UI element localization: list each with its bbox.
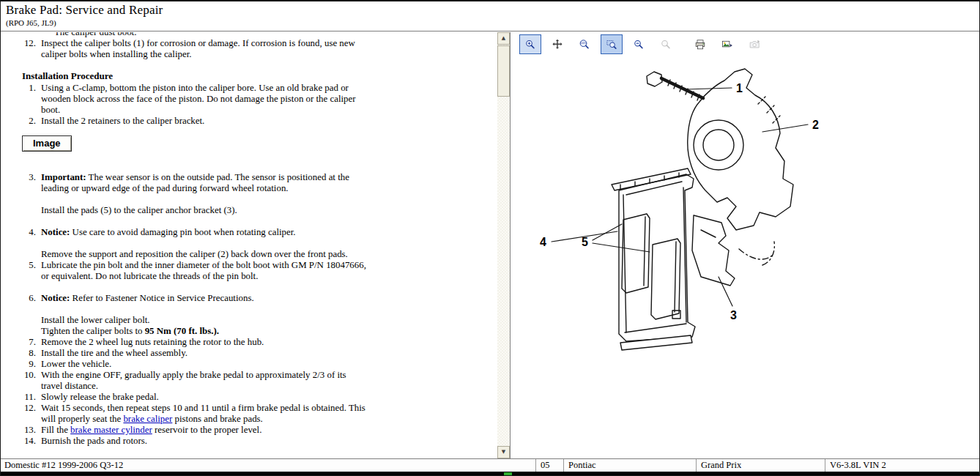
window-top-edge	[0, 0, 980, 1]
zoom-window-button[interactable]	[601, 34, 623, 54]
zoom-out-icon	[633, 37, 645, 53]
step-number: 4.	[18, 227, 41, 260]
title-bar: Brake Pad: Service and Repair (RPO J65, …	[0, 1, 980, 31]
step-paragraph: Notice: Use care to avoid damaging pin b…	[41, 227, 368, 238]
graphic-panel: 100%	[511, 32, 980, 458]
body-text: The wear sensor is on the outside pad. T…	[41, 172, 349, 193]
scroll-down-button[interactable]: ▼	[497, 446, 510, 458]
procedure-step: 1.Using a C-clamp, bottom the piston int…	[18, 83, 381, 116]
brake-pads-part	[622, 214, 680, 319]
procedure-step: 4.Notice: Use care to avoid damaging pin…	[18, 227, 381, 260]
step-number: 5.	[18, 260, 41, 282]
procedure-step: 6.Notice: Refer to Fastener Notice in Se…	[18, 293, 381, 337]
procedure-step: 5.Lubricate the pin bolt and the inner d…	[18, 260, 381, 282]
body-text: Fill the	[41, 425, 70, 435]
bold-text: Notice:	[41, 293, 70, 303]
procedure-step: 13.Fill the brake master cylinder reserv…	[18, 425, 381, 436]
zoom-window-icon	[606, 37, 617, 53]
step-number: 8.	[18, 348, 41, 359]
zoom-100-button[interactable]: 100%	[573, 34, 595, 54]
procedure-step: 11.Slowly release the brake pedal.	[18, 392, 381, 403]
removal-step-list: 12.Inspect the caliper bolts (1) for cor…	[18, 38, 381, 60]
status-cell: Pontiac	[563, 459, 696, 472]
procedure-step: 9.Lower the vehicle.	[18, 359, 381, 370]
body-text: Burnish the pads and rotors.	[41, 436, 147, 446]
scrollbar-thumb[interactable]	[497, 45, 510, 97]
hyperlink[interactable]: brake master cylinder	[70, 425, 152, 435]
body-text: Install the lower caliper bolt.	[41, 315, 150, 325]
pin-boot-dashed-path	[739, 242, 774, 265]
step-paragraph: Using a C-clamp, bottom the piston into …	[41, 83, 368, 116]
step-paragraph: Wait 15 seconds, then repeat steps 10 an…	[41, 403, 368, 425]
status-cell: V6-3.8L VIN 2	[825, 459, 980, 472]
export-image-button[interactable]	[716, 34, 738, 54]
procedure-step: 3.Important: The wear sensor is on the o…	[18, 172, 381, 216]
copy-image-button[interactable]	[743, 34, 765, 54]
pan-icon	[552, 37, 563, 53]
zoom-out-button[interactable]	[628, 34, 650, 54]
body-text: Inspect the caliper bolts (1) for corros…	[41, 38, 355, 59]
step-paragraph: Slowly release the brake pedal.	[41, 392, 368, 403]
zoom-in-icon	[524, 37, 536, 53]
step-number: 1.	[18, 83, 41, 116]
callout-5: 5	[582, 236, 588, 248]
scroll-up-icon: ▲	[502, 35, 505, 41]
body-text: Remove the 2 wheel lug nuts retaining th…	[41, 337, 264, 347]
export-image-icon	[721, 37, 733, 53]
print-icon	[694, 37, 706, 53]
step-paragraph: Fill the brake master cylinder reservoir…	[41, 425, 368, 436]
step-paragraph: Lubricate the pin bolt and the inner dia…	[41, 260, 368, 282]
zoom-in-button[interactable]	[519, 34, 541, 54]
vertical-scrollbar[interactable]: ▲ ▼	[497, 32, 510, 458]
zoom-100-icon: 100%	[579, 37, 590, 53]
page-title: Brake Pad: Service and Repair	[6, 3, 980, 18]
svg-text:100%: 100%	[580, 42, 587, 45]
step-number: 6.	[18, 293, 41, 337]
body-text: pistons and brake pads.	[172, 414, 263, 424]
caliper-bolt-part	[647, 72, 703, 100]
callout-2: 2	[812, 119, 819, 131]
callout-3: 3	[730, 309, 737, 321]
callout-1: 1	[736, 82, 743, 94]
step-number: 11.	[18, 392, 41, 403]
body-text: Refer to Fastener Notice in Service Prec…	[70, 293, 253, 303]
body-text: Install the tire and the wheel assembly.	[41, 348, 188, 358]
body-text: Slowly release the brake pedal.	[41, 392, 159, 402]
step-number: 14.	[18, 436, 41, 447]
step-paragraph: Notice: Refer to Fastener Notice in Serv…	[41, 293, 368, 304]
step-paragraph: Lower the vehicle.	[41, 359, 368, 370]
procedure-step: 10.With the engine OFF, gradually apply …	[18, 370, 381, 392]
step-number: 7.	[18, 337, 41, 348]
body-text: Install the pads (5) to the caliper anch…	[41, 205, 237, 215]
print-button[interactable]	[689, 34, 711, 54]
body-text: Use care to avoid damaging pin boot when…	[70, 227, 295, 237]
zoom-previous-button[interactable]	[655, 34, 677, 54]
step-paragraph: Burnish the pads and rotors.	[41, 436, 368, 447]
step-paragraph: Install the tire and the wheel assembly.	[41, 348, 368, 359]
zoom-previous-icon	[660, 37, 672, 53]
page-subtitle: (RPO J65, JL9)	[6, 18, 980, 27]
step-paragraph: Tighten the caliper bolts to 95 Nm (70 f…	[41, 326, 368, 337]
hyperlink[interactable]: brake caliper	[123, 414, 172, 424]
taskbar-green-indicator	[504, 472, 512, 475]
scroll-up-button[interactable]: ▲	[497, 32, 510, 45]
installation-step-list-top: 1.Using a C-clamp, bottom the piston int…	[18, 83, 381, 127]
step-number: 10.	[18, 370, 41, 392]
body-text: Tighten the caliper bolts to	[41, 326, 145, 336]
step-paragraph: With the engine OFF, gradually apply the…	[41, 370, 368, 392]
main-split: The caliper dust boot. 12.Inspect the ca…	[0, 32, 980, 458]
bold-text: 95 Nm (70 ft. lbs.).	[145, 326, 219, 336]
pan-button[interactable]	[546, 34, 568, 54]
step-number: 12.	[18, 38, 41, 60]
body-text: Install the 2 retainers to the caliper b…	[41, 116, 204, 126]
bold-text: Notice:	[41, 227, 70, 237]
document-content: The caliper dust boot. 12.Inspect the ca…	[0, 32, 381, 447]
procedure-step: 7.Remove the 2 wheel lug nuts retaining …	[18, 337, 381, 348]
step-number: 12.	[18, 403, 41, 425]
step-number: 2.	[18, 116, 41, 127]
status-cell: Grand Prix	[696, 459, 825, 472]
step-paragraph: Important: The wear sensor is on the out…	[41, 172, 368, 194]
brake-caliper-exploded-diagram: 1 2 3 4 5	[511, 32, 979, 458]
image-button[interactable]: Image	[22, 135, 72, 152]
procedure-step: 8.Install the tire and the wheel assembl…	[18, 348, 381, 359]
